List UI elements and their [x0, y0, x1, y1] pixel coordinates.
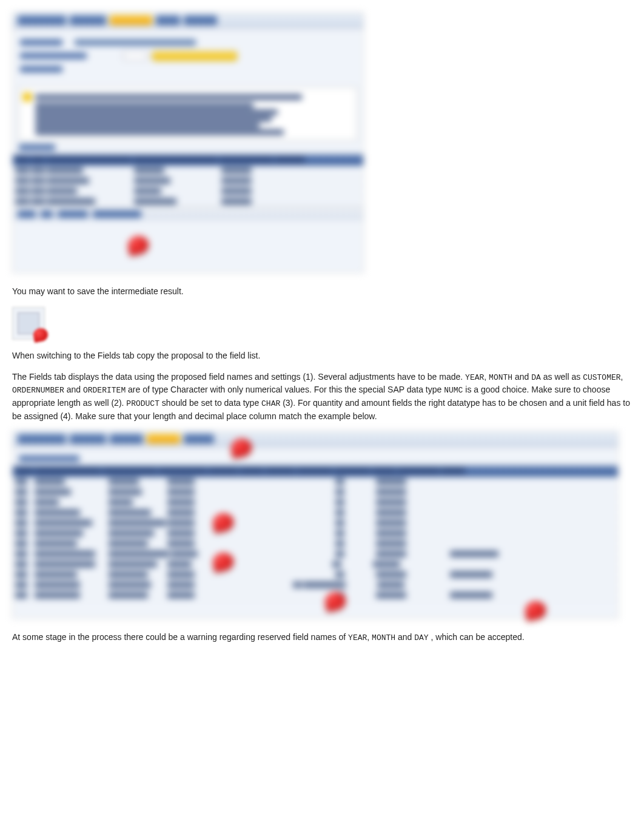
tab-active[interactable]	[110, 15, 152, 25]
tab[interactable]	[156, 15, 180, 25]
tab[interactable]	[18, 434, 66, 443]
paragraph-save-intermediate: You may want to save the intermediate re…	[12, 285, 632, 297]
tab[interactable]	[18, 15, 66, 25]
code-day-truncated: DA	[531, 373, 541, 382]
screenshot-fields-tab	[12, 431, 619, 619]
tab[interactable]	[184, 434, 214, 443]
fields-grid	[13, 465, 618, 601]
code-product: PRODUCT	[126, 399, 159, 408]
fields-tab-icon-thumbnail	[12, 307, 45, 340]
screenshot-datasource-proposal	[12, 12, 364, 273]
tab[interactable]	[184, 15, 217, 25]
text: , which can be accepted.	[431, 632, 525, 642]
code-ordernumber: ORDERNUMBER	[12, 386, 64, 395]
code-month: MONTH	[372, 633, 395, 642]
tab-active[interactable]	[147, 434, 180, 443]
text: and	[67, 385, 83, 394]
text: At some stage in the process there could…	[12, 632, 348, 642]
text: and	[398, 632, 414, 642]
text: are of type Character with only numerica…	[128, 385, 444, 394]
tab[interactable]	[70, 434, 106, 443]
warning-icon	[23, 93, 32, 101]
paragraph-switch-fields: When switching to the Fields tab copy th…	[12, 349, 632, 362]
tab-strip	[13, 431, 618, 447]
text: and	[515, 372, 531, 382]
text: ,	[484, 372, 489, 382]
callout-marker	[127, 234, 150, 255]
code-year: YEAR	[465, 373, 484, 382]
code-numc: NUMC	[444, 386, 463, 395]
tab-strip	[13, 13, 363, 29]
code-year: YEAR	[348, 633, 367, 642]
text: should be set to data type	[162, 398, 261, 408]
code-customer: CUSTOMER	[583, 373, 620, 382]
code-day: DAY	[414, 633, 428, 642]
proposal-messages	[19, 87, 357, 141]
text: ,	[621, 372, 623, 382]
code-char: CHAR	[261, 399, 280, 408]
text: as well as	[543, 372, 583, 382]
paragraph-fields-explanation: The Fields tab displays the data using t…	[12, 371, 632, 423]
code-orderitem: ORDERITEM	[83, 386, 126, 395]
text: ,	[367, 632, 372, 642]
load-example-button[interactable]	[152, 51, 237, 61]
proposal-grid	[13, 154, 363, 207]
text: The Fields tab displays the data using t…	[12, 372, 465, 382]
paragraph-warning-reserved: At some stage in the process there could…	[12, 631, 632, 644]
tab[interactable]	[110, 434, 143, 443]
code-month: MONTH	[489, 373, 512, 382]
callout-4b	[524, 600, 548, 621]
tab[interactable]	[70, 15, 106, 25]
